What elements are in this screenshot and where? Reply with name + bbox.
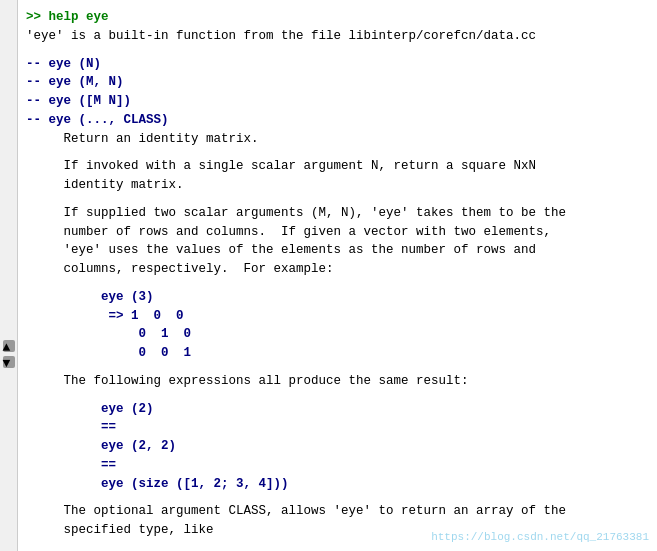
example-row3: 0 0 1 (26, 344, 645, 363)
desc-scalar-1: If invoked with a single scalar argument… (26, 157, 645, 176)
prompt-line: >> help eye (26, 8, 645, 27)
help-content: >> help eye 'eye' is a built-in function… (18, 0, 657, 551)
example-eye3: eye (3) (26, 288, 645, 307)
desc-identity: Return an identity matrix. (26, 130, 645, 149)
scroll-down-indicator[interactable]: ▼ (3, 356, 15, 368)
example-eq1: == (26, 418, 645, 437)
syntax-3: -- eye ([M N]) (26, 92, 645, 111)
left-scrollbar[interactable]: ▲ ▼ (0, 0, 18, 551)
desc-two-args-3: 'eye' uses the values of the elements as… (26, 241, 645, 260)
example-eye22: eye (2, 2) (26, 437, 645, 456)
desc-scalar-2: identity matrix. (26, 176, 645, 195)
spacer-1 (26, 46, 645, 55)
spacer-2 (26, 148, 645, 157)
example-row1: => 1 0 0 (26, 307, 645, 326)
scroll-up-indicator[interactable]: ▲ (3, 340, 15, 352)
syntax-1: -- eye (N) (26, 55, 645, 74)
example-eq2: == (26, 456, 645, 475)
spacer-4 (26, 279, 645, 288)
desc-two-args-4: columns, respectively. For example: (26, 260, 645, 279)
desc-equiv: The following expressions all produce th… (26, 372, 645, 391)
example-eye2: eye (2) (26, 400, 645, 419)
spacer-6 (26, 391, 645, 400)
desc-two-args-2: number of rows and columns. If given a v… (26, 223, 645, 242)
syntax-2: -- eye (M, N) (26, 73, 645, 92)
desc-class-1: The optional argument CLASS, allows 'eye… (26, 502, 645, 521)
builtin-info-line: 'eye' is a built-in function from the fi… (26, 27, 645, 46)
terminal-window: ▲ ▼ >> help eye 'eye' is a built-in func… (0, 0, 657, 551)
spacer-5 (26, 363, 645, 372)
spacer-3 (26, 195, 645, 204)
spacer-7 (26, 493, 645, 502)
watermark: https://blog.csdn.net/qq_21763381 (431, 531, 649, 543)
example-row2: 0 1 0 (26, 325, 645, 344)
desc-two-args-1: If supplied two scalar arguments (M, N),… (26, 204, 645, 223)
syntax-4: -- eye (..., CLASS) (26, 111, 645, 130)
example-eyesize: eye (size ([1, 2; 3, 4])) (26, 475, 645, 494)
